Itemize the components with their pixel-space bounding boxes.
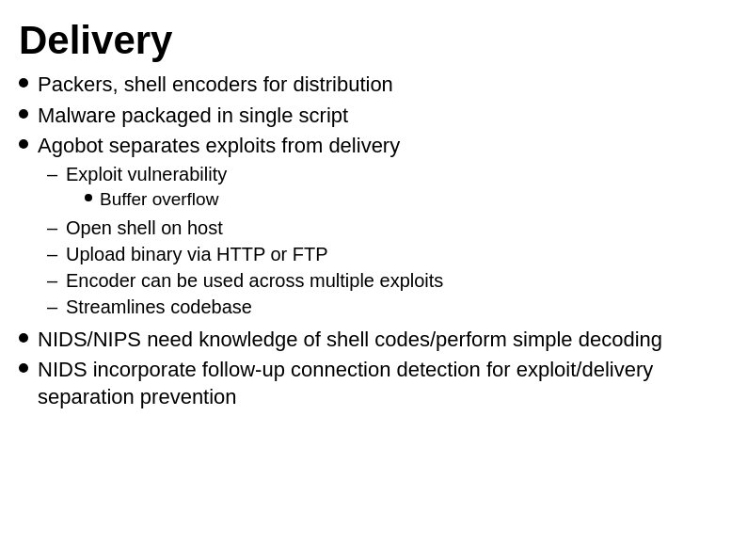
bullet-small-icon xyxy=(85,194,92,201)
item-text: Malware packaged in single script xyxy=(38,103,719,130)
sub-item-text: Encoder can be used across multiple expl… xyxy=(66,268,443,293)
bullet-icon xyxy=(19,78,28,88)
sub-list-item: – Upload binary via HTTP or FTP xyxy=(47,242,719,266)
dash-icon: – xyxy=(47,295,60,319)
list-item: Malware packaged in single script xyxy=(19,103,719,130)
sub-sub-list: Buffer overflow xyxy=(85,188,227,212)
sub-item-content: Exploit vulnerability Buffer overflow xyxy=(66,162,227,214)
list-item: NIDS incorporate follow-up connection de… xyxy=(19,357,719,410)
sub-list-item: – Encoder can be used across multiple ex… xyxy=(47,268,719,293)
bullet-icon xyxy=(19,109,28,119)
dash-icon: – xyxy=(47,162,60,186)
sub-list-item: – Open shell on host xyxy=(47,216,719,240)
item-text: NIDS incorporate follow-up connection de… xyxy=(38,357,719,410)
item-text: Packers, shell encoders for distribution xyxy=(38,72,719,99)
list-item: Agobot separates exploits from delivery … xyxy=(19,133,719,322)
sub-list-item: – Streamlines codebase xyxy=(47,295,719,319)
dash-icon: – xyxy=(47,242,60,266)
dash-icon: – xyxy=(47,216,60,240)
bullet-icon xyxy=(19,139,28,149)
slide-title: Delivery xyxy=(19,19,719,62)
sub-item-text: Open shell on host xyxy=(66,216,223,240)
sub-list-item: – Exploit vulnerability Buffer overflow xyxy=(47,162,719,214)
item-text: Agobot separates exploits from delivery xyxy=(38,134,400,157)
item-text: NIDS/NIPS need knowledge of shell codes/… xyxy=(38,327,719,354)
bullet-icon xyxy=(19,333,28,343)
item-with-subitems: Agobot separates exploits from delivery … xyxy=(38,133,719,322)
bullet-icon xyxy=(19,363,28,373)
dash-icon: – xyxy=(47,268,60,293)
sub-sub-list-item: Buffer overflow xyxy=(85,188,227,212)
main-list: Packers, shell encoders for distribution… xyxy=(19,72,719,410)
sub-sub-item-text: Buffer overflow xyxy=(100,188,218,212)
sub-item-text: Upload binary via HTTP or FTP xyxy=(66,242,328,266)
list-item: Packers, shell encoders for distribution xyxy=(19,72,719,99)
sub-item-text: Exploit vulnerability xyxy=(66,164,227,184)
list-item: NIDS/NIPS need knowledge of shell codes/… xyxy=(19,327,719,354)
sub-item-text: Streamlines codebase xyxy=(66,295,252,319)
sub-list: – Exploit vulnerability Buffer overflow … xyxy=(47,162,719,319)
